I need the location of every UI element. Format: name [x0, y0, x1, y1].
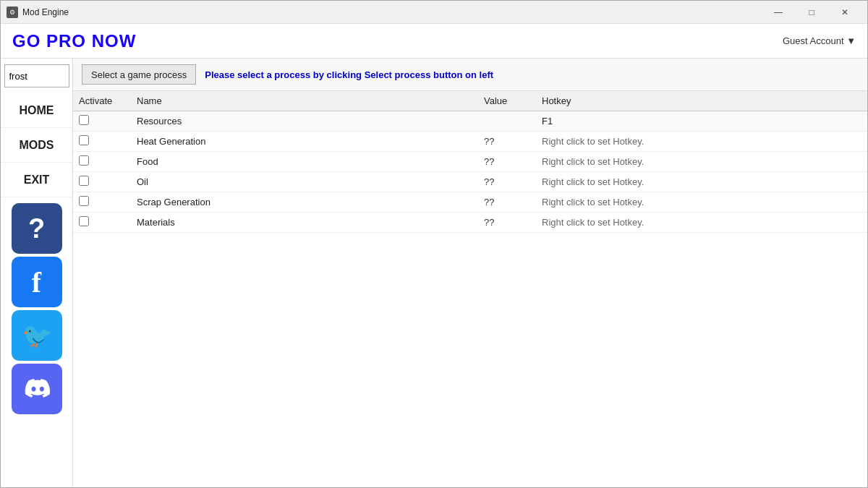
- cheat-table: Activate Name Value Hotkey ResourcesF1He…: [73, 91, 867, 233]
- content-area: Select a game process Please select a pr…: [73, 59, 867, 488]
- row-hotkey: Right click to set Hotkey.: [536, 192, 867, 213]
- discord-icon: [22, 374, 51, 403]
- row-activate-checkbox[interactable]: [79, 135, 89, 145]
- process-message: Please select a process by clicking Sele…: [205, 69, 493, 80]
- app-header: GO PRO NOW Guest Account ▼: [1, 24, 867, 59]
- row-value: ??: [478, 192, 536, 213]
- facebook-icon-btn[interactable]: f: [12, 257, 62, 307]
- row-name: Resources: [131, 111, 478, 132]
- maximize-button[interactable]: □: [795, 1, 828, 24]
- close-button[interactable]: ✕: [828, 1, 861, 24]
- title-bar-left: ⚙ Mod Engine: [7, 7, 69, 18]
- select-process-button[interactable]: Select a game process: [82, 64, 196, 85]
- row-value: ??: [478, 213, 536, 233]
- row-name: Food: [131, 152, 478, 172]
- nav-home[interactable]: HOME: [1, 93, 72, 128]
- row-value: ??: [478, 132, 536, 152]
- row-activate-checkbox[interactable]: [79, 155, 89, 166]
- col-header-value: Value: [478, 91, 536, 111]
- row-name: Oil: [131, 172, 478, 192]
- row-hotkey: F1: [536, 111, 867, 132]
- col-header-hotkey: Hotkey: [536, 91, 867, 111]
- table-container: Activate Name Value Hotkey ResourcesF1He…: [73, 91, 867, 488]
- row-hotkey: Right click to set Hotkey.: [536, 172, 867, 192]
- row-activate-checkbox[interactable]: [79, 196, 89, 206]
- row-name: Materials: [131, 213, 478, 233]
- row-value: ??: [478, 152, 536, 172]
- row-hotkey: Right click to set Hotkey.: [536, 213, 867, 233]
- app-icon: ⚙: [7, 7, 18, 18]
- twitter-icon-btn[interactable]: 🐦: [12, 310, 62, 361]
- table-row: Materials??Right click to set Hotkey.: [73, 213, 867, 233]
- title-bar: ⚙ Mod Engine — □ ✕: [1, 1, 867, 24]
- sidebar: HOME MODS EXIT ? f 🐦: [1, 59, 73, 488]
- table-row: Oil??Right click to set Hotkey.: [73, 172, 867, 192]
- minimize-button[interactable]: —: [762, 1, 795, 24]
- table-row: ResourcesF1: [73, 111, 867, 132]
- row-value: ??: [478, 172, 536, 192]
- nav-exit[interactable]: EXIT: [1, 163, 72, 197]
- table-row: Food??Right click to set Hotkey.: [73, 152, 867, 172]
- sidebar-icons: ? f 🐦: [12, 203, 62, 414]
- row-name: Scrap Generation: [131, 192, 478, 213]
- go-pro-label: GO PRO NOW: [12, 31, 136, 51]
- row-activate-checkbox[interactable]: [79, 115, 89, 125]
- row-hotkey: Right click to set Hotkey.: [536, 152, 867, 172]
- help-icon: ?: [28, 213, 45, 244]
- title-bar-title: Mod Engine: [22, 7, 69, 17]
- row-value: [478, 111, 536, 132]
- table-row: Heat Generation??Right click to set Hotk…: [73, 132, 867, 152]
- nav-mods[interactable]: MODS: [1, 128, 72, 163]
- discord-icon-btn[interactable]: [12, 364, 62, 414]
- twitter-icon: 🐦: [22, 321, 52, 350]
- help-icon-btn[interactable]: ?: [12, 203, 62, 254]
- content-toolbar: Select a game process Please select a pr…: [73, 59, 867, 91]
- row-hotkey: Right click to set Hotkey.: [536, 132, 867, 152]
- table-row: Scrap Generation??Right click to set Hot…: [73, 192, 867, 213]
- row-name: Heat Generation: [131, 132, 478, 152]
- guest-account-button[interactable]: Guest Account ▼: [783, 35, 856, 46]
- facebook-icon: f: [32, 265, 41, 299]
- table-header-row: Activate Name Value Hotkey: [73, 91, 867, 111]
- main-layout: HOME MODS EXIT ? f 🐦: [1, 59, 867, 488]
- row-activate-checkbox[interactable]: [79, 216, 89, 226]
- col-header-name: Name: [131, 91, 478, 111]
- row-activate-checkbox[interactable]: [79, 176, 89, 186]
- process-search-input[interactable]: [4, 64, 69, 87]
- col-header-activate: Activate: [73, 91, 131, 111]
- title-bar-controls: — □ ✕: [762, 1, 861, 24]
